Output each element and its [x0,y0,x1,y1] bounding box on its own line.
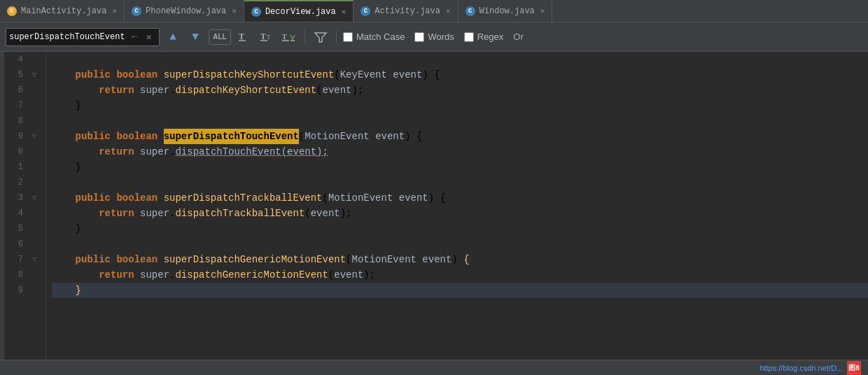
tab-phonewindow[interactable]: C PhoneWindow.java ✕ [125,0,244,22]
fold-button [29,285,40,296]
gutter-row: 9 ▽ [4,129,46,144]
tab-decorview[interactable]: C DecorView.java ✕ [244,0,354,22]
gutter-row: 8 [4,113,46,129]
fold-button [29,239,40,250]
code-line: return super.dispatchTouchEvent(event); [52,144,868,160]
line-number: 5 [4,224,29,234]
code-line [52,113,868,129]
preserve-case-icon[interactable]: T [280,28,298,46]
match-case-checkbox[interactable] [343,32,353,42]
java-icon: C [7,6,17,16]
tab-close[interactable]: ✕ [446,6,451,15]
words-label[interactable]: Words [414,31,454,42]
fold-button [29,115,40,127]
gutter-row: 2 [4,175,46,190]
gutter-row: 8 [4,267,46,283]
line-number: 0 [4,147,29,157]
fold-button [29,269,40,281]
c-icon: C [132,6,141,16]
csdn-link[interactable]: https://blog.csdn.net/D... [760,364,843,372]
replace-all-icon[interactable]: T T [258,28,276,46]
tab-close[interactable]: ✕ [112,6,117,15]
match-case-label[interactable]: Match Case [343,31,405,42]
tab-label: MainActivity.java [21,6,106,16]
c-icon: C [465,6,475,16]
code-line [52,175,868,190]
fold-button[interactable]: ▽ [29,254,40,265]
tab-activity[interactable]: C Activity.java ✕ [354,0,458,22]
line-number: 4 [4,208,29,218]
fold-button [29,223,40,234]
line-number: 7 [4,101,29,111]
words-checkbox[interactable] [414,32,424,42]
fold-button [29,85,40,96]
gutter-row: 1 [4,160,46,175]
tab-bar: C MainActivity.java ✕ C PhoneWindow.java… [0,0,868,22]
gutter-row: 6 [4,236,46,252]
tab-close[interactable]: ✕ [232,6,237,15]
match-case-text: Match Case [356,31,405,42]
c-icon: C [251,7,261,17]
fold-button [29,208,40,219]
replace-icon[interactable]: T [235,28,253,46]
line-number: 1 [4,162,29,172]
code-line: } [52,283,868,298]
code-line: public boolean superDispatchTouchEvent(M… [52,129,868,144]
tab-label: Window.java [479,6,535,16]
separator [304,30,305,44]
gutter-row: 5 ▽ [4,67,46,83]
fold-button [29,146,40,157]
svg-text:T: T [282,33,287,41]
code-line: } [52,98,868,113]
gutter-row: 5 [4,221,46,236]
regex-label[interactable]: Regex [464,31,504,42]
line-number: 7 [4,255,29,264]
code-line [52,52,868,67]
code-line: return super.dispatchKeyShortcutEvent(ev… [52,83,868,98]
fold-button[interactable] [29,54,40,65]
gutter-row: 6 [4,83,46,98]
gutter-row: 9 [4,283,46,298]
find-all-button[interactable]: ALL [209,29,231,45]
code-area: 4 5 ▽ 6 7 8 9 ▽ 0 [0,52,868,360]
code-line [52,236,868,252]
code-line: public boolean superDispatchKeyShortcutE… [52,67,868,83]
line-number: 5 [4,70,29,80]
line-number: 4 [4,55,29,64]
search-input-wrap: ← ✕ [6,28,160,46]
code-line: return super.dispatchTrackballEvent(even… [52,206,868,221]
line-number: 2 [4,178,29,188]
words-text: Words [428,31,454,42]
regex-checkbox[interactable] [464,32,474,42]
back-arrow-icon[interactable]: ← [127,29,142,45]
clear-icon[interactable]: ✕ [141,29,156,45]
tab-close[interactable]: ✕ [342,7,346,16]
svg-text:T: T [267,34,271,41]
code-line: return super.dispatchGenericMotionEvent(… [52,267,868,283]
gutter-row: 3 ▽ [4,190,46,206]
more-options[interactable]: Or [513,31,523,42]
gutter-row: 7 ▽ [4,252,46,267]
line-number: 8 [4,116,29,126]
regex-text: Regex [477,31,504,42]
tab-mainactivity[interactable]: C MainActivity.java ✕ [0,0,125,22]
code-line: } [52,221,868,236]
tab-close[interactable]: ✕ [540,6,545,15]
fold-button[interactable]: ▽ [29,131,40,142]
svg-marker-8 [315,33,326,42]
gutter-row: 4 [4,206,46,221]
prev-match-button[interactable]: ▲ [164,28,182,46]
fold-button[interactable]: ▽ [29,69,40,80]
search-bar: ← ✕ ▲ ▼ ALL T T T T [0,22,868,52]
code-content: public boolean superDispatchKeyShortcutE… [46,52,868,360]
code-line: public boolean superDispatchGenericMotio… [52,252,868,267]
filter-button[interactable] [312,28,330,46]
next-match-button[interactable]: ▼ [186,28,204,46]
bottom-bar: https://blog.csdn.net/D... 图8 [0,360,868,375]
fold-button[interactable]: ▽ [29,192,40,204]
tab-label: PhoneWindow.java [146,6,226,16]
fold-button [29,162,40,173]
search-input[interactable] [9,32,127,42]
tab-window[interactable]: C Window.java ✕ [458,0,553,22]
line-number: 9 [4,132,29,141]
